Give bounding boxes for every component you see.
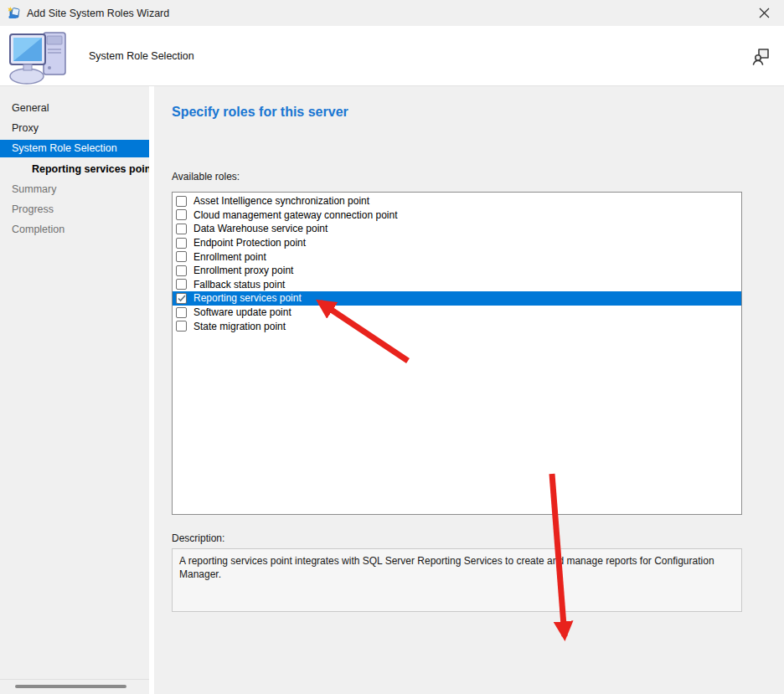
role-row-enrollment-point[interactable]: Enrollment point	[173, 249, 741, 264]
window-title: Add Site System Roles Wizard	[27, 8, 169, 19]
role-label: Enrollment point	[193, 251, 266, 263]
wizard-header: System Role Selection	[0, 26, 784, 86]
checkbox-unchecked-icon[interactable]	[176, 265, 187, 276]
sidebar-item-reporting-services-point[interactable]: Reporting services point	[0, 159, 149, 179]
available-roles-label: Available roles:	[172, 171, 240, 182]
sidebar-item-general[interactable]: General	[0, 98, 149, 118]
role-label: Software update point	[193, 306, 291, 318]
checkbox-unchecked-icon[interactable]	[176, 321, 187, 332]
role-row-enrollment-proxy-point[interactable]: Enrollment proxy point	[173, 264, 741, 278]
page-title: System Role Selection	[89, 50, 194, 62]
person-flag-icon	[751, 46, 771, 66]
role-row-endpoint-protection-point[interactable]: Endpoint Protection point	[173, 236, 741, 250]
role-row-fallback-status-point[interactable]: Fallback status point	[173, 278, 741, 292]
page-heading: Specify roles for this server	[172, 105, 348, 120]
checkbox-unchecked-icon[interactable]	[176, 238, 187, 249]
sidebar-item-completion[interactable]: Completion	[0, 219, 149, 239]
role-label: Enrollment proxy point	[193, 265, 293, 276]
sidebar-scrollbar-track	[0, 679, 149, 680]
sidebar-item-progress[interactable]: Progress	[0, 199, 149, 219]
close-icon	[759, 8, 770, 18]
role-row-state-migration-point[interactable]: State migration point	[173, 319, 741, 333]
checkbox-unchecked-icon[interactable]	[176, 224, 187, 234]
checkbox-unchecked-icon[interactable]	[176, 279, 187, 290]
checkbox-unchecked-icon[interactable]	[176, 307, 187, 318]
title-bar: Add Site System Roles Wizard	[0, 0, 784, 26]
sidebar-item-summary[interactable]: Summary	[0, 179, 149, 199]
role-label: Cloud management gateway connection poin…	[193, 209, 398, 221]
description-box: A reporting services point integrates wi…	[172, 548, 742, 612]
role-label: Asset Intelligence synchronization point	[193, 195, 369, 207]
description-text: A reporting services point integrates wi…	[179, 554, 722, 581]
checkbox-unchecked-icon[interactable]	[176, 251, 187, 262]
close-button[interactable]	[747, 0, 781, 26]
checkbox-unchecked-icon[interactable]	[176, 209, 187, 220]
available-roles-listbox[interactable]: Asset Intelligence synchronization point…	[172, 192, 742, 515]
role-row-reporting-services-point[interactable]: Reporting services point	[173, 291, 741, 306]
sidebar-horizontal-scrollbar-thumb[interactable]	[15, 685, 126, 688]
wizard-page-content: Specify roles for this server Available …	[154, 86, 784, 694]
sidebar-item-proxy[interactable]: Proxy	[0, 118, 149, 138]
role-row-cloud-management-gateway-connection-point[interactable]: Cloud management gateway connection poin…	[173, 208, 741, 223]
computer-icon	[5, 28, 79, 86]
role-row-software-update-point[interactable]: Software update point	[173, 306, 741, 320]
wizard-steps-sidebar: GeneralProxySystem Role SelectionReporti…	[0, 86, 149, 694]
role-label: State migration point	[193, 321, 286, 332]
checkbox-checked-icon[interactable]	[176, 293, 187, 304]
role-label: Data Warehouse service point	[193, 223, 328, 234]
checkbox-unchecked-icon[interactable]	[176, 196, 187, 207]
role-row-asset-intelligence-synchronization-point[interactable]: Asset Intelligence synchronization point	[173, 194, 741, 208]
wizard-app-icon	[7, 6, 21, 20]
role-row-data-warehouse-service-point[interactable]: Data Warehouse service point	[173, 222, 741, 236]
role-label: Endpoint Protection point	[193, 237, 306, 249]
sidebar-item-system-role-selection[interactable]: System Role Selection	[0, 140, 149, 157]
feedback-button[interactable]	[750, 46, 772, 68]
role-label: Reporting services point	[193, 292, 302, 304]
wizard-window: Add Site System Roles Wizard System Role…	[0, 0, 784, 694]
description-label: Description:	[172, 532, 224, 544]
role-label: Fallback status point	[193, 279, 285, 290]
